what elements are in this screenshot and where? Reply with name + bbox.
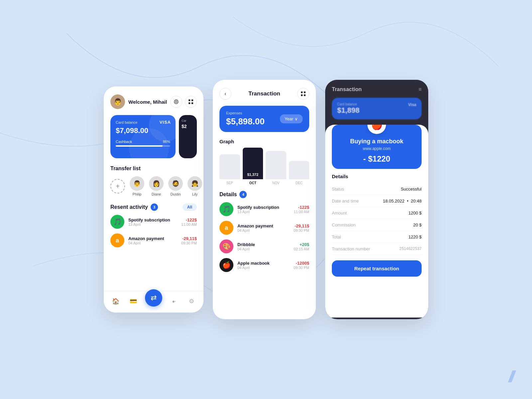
txn-apple[interactable]: 🍎 Apple macbook 04 April -1200$ 09:30 PM [219, 258, 309, 272]
contact-avatar-diane: 👩 [149, 176, 164, 191]
svg-rect-6 [301, 91, 303, 93]
contact-avatar-philip: 👨 [130, 176, 144, 191]
svg-rect-8 [301, 94, 303, 96]
year-selector[interactable]: Year ∨ [280, 114, 303, 123]
header-icons [170, 96, 197, 108]
nav-settings[interactable]: ⚙ [186, 295, 198, 307]
txn-dribbble-info: Dribbble 04 April [237, 242, 290, 251]
nav-gift[interactable]: ●• [168, 295, 180, 307]
detail-commission: Commission 20 $ [332, 219, 422, 231]
activity-header: Resent activity 3 All [110, 203, 197, 211]
card-balance-label: Card balance [116, 120, 170, 124]
datetime-key: Date and time [332, 199, 359, 203]
graph-title: Graph [219, 139, 309, 144]
recent-count-badge: 3 [151, 203, 158, 211]
p3-menu-icon[interactable]: ≡ [419, 86, 422, 92]
txn-amazon-name: Amazon payment [237, 223, 290, 228]
activity-amazon[interactable]: a Amazon payment 04 April -29,11$ 09:30 … [110, 233, 197, 247]
spotify-time: 11:00 AM [182, 222, 197, 226]
activity-title-wrap: Resent activity 3 [110, 203, 158, 211]
bar-sep-fill [219, 154, 240, 179]
txn-spotify-name: Spotify subscription [237, 205, 290, 210]
txn-spotify-icon: 🎵 [219, 202, 233, 216]
main-card[interactable]: VISA Card balance $7,098.00 Cashback 86% [110, 115, 176, 158]
expenses-label: Expenses [226, 111, 265, 115]
notification-button[interactable] [170, 96, 182, 108]
datetime-value: 18.05.2022 • 20:48 [383, 199, 422, 203]
repeat-transaction-button[interactable]: Repeat transaction [332, 260, 422, 277]
activity-amazon-amount: -29,11$ 09:30 PM [181, 236, 197, 245]
txn-amazon-info: Amazon payment 04 April [237, 223, 290, 232]
bar-dec-label: DEC [296, 181, 303, 185]
graph-bars: SEP $1,372 OCT NOV DEC [219, 148, 309, 185]
bar-oct: $1,372 OCT [243, 148, 263, 185]
p3-card-visa: Visa [408, 102, 416, 107]
spotify-name: Spotify subscription [128, 217, 178, 222]
contact-diane[interactable]: 👩 Diane [149, 176, 164, 196]
bar-dec: DEC [289, 161, 310, 185]
txn-amazon-date: 04 April [237, 228, 290, 232]
phone2-grid-button[interactable] [297, 88, 309, 100]
secondary-card[interactable]: Car $2 [179, 115, 197, 158]
p3-details-section: Details Status Successful Date and time … [332, 169, 422, 277]
bar-nov: NOV [266, 151, 286, 185]
txn-number-value: 2514622537 [399, 246, 422, 251]
txn-apple-name: Apple macbook [237, 261, 290, 266]
slash-decoration: // [508, 367, 512, 386]
contact-dustin[interactable]: 🧔 Dustin [168, 176, 183, 196]
grid-menu-button[interactable] [185, 96, 197, 108]
phone3-header: Transaction ≡ [332, 86, 422, 92]
amazon-date: 04 April [128, 241, 177, 245]
txn-apple-info: Apple macbook 04 April [237, 261, 290, 270]
txn-dribbble-date: 04 April [237, 247, 290, 251]
txn-dribbble[interactable]: 🎨 Dribbble 04 April +20$ 02:15 AM [219, 239, 309, 253]
nav-transfer-fab[interactable]: ⇄ [145, 289, 162, 307]
all-button[interactable]: All [183, 203, 197, 211]
txn-apple-time: 09:30 PM [294, 266, 309, 270]
activity-spotify[interactable]: 🎵 Spotify subscription 13 April -122$ 11… [110, 215, 197, 229]
apple-logo-icon: 🍎 [371, 125, 383, 130]
bar-nov-label: NOV [272, 181, 280, 185]
txn-spotify-date: 13 April [237, 210, 290, 214]
details-section-title: Details [219, 192, 237, 198]
svg-rect-2 [189, 99, 190, 101]
detail-total: Total 1220 $ [332, 231, 422, 243]
txn-amazon-icon: a [219, 221, 233, 235]
add-contact-button[interactable]: + [110, 179, 125, 194]
svg-rect-3 [192, 99, 193, 101]
svg-rect-4 [189, 102, 190, 104]
svg-rect-7 [304, 91, 306, 93]
bottom-nav: 🏠 💳 ⇄ ●• ⚙ [104, 291, 203, 313]
activity-spotify-info: Spotify subscription 13 April [128, 217, 178, 226]
back-button[interactable]: ‹ [219, 88, 231, 100]
bar-oct-label: OCT [249, 181, 256, 185]
txn-spotify-info: Spotify subscription 13 April [237, 205, 290, 214]
phone3-content: 🍎 Buying a macbook www.apple.com - $1220… [325, 125, 428, 318]
bar-sep-label: SEP [226, 181, 233, 185]
nav-home[interactable]: 🏠 [110, 295, 122, 307]
txn-number-key: Transaction number [332, 246, 370, 251]
txn-amazon[interactable]: a Amazon payment 04 April -29,11$ 09:30 … [219, 221, 309, 235]
txn-amazon-time: 09:30 PM [294, 228, 309, 232]
phone2-header: ‹ Transaction [219, 88, 309, 100]
contact-philip[interactable]: 👨 Philip [130, 176, 144, 196]
graph-section: Graph SEP $1,372 OCT NOV [219, 139, 309, 185]
txn-spotify[interactable]: 🎵 Spotify subscription 13 April -122$ 11… [219, 202, 309, 216]
txn-amazon-val: -29,11$ [294, 223, 309, 228]
amount-value: 1200 $ [408, 210, 422, 215]
contact-lily[interactable]: 👧 Lily [188, 176, 202, 196]
status-key: Status [332, 187, 344, 192]
svg-rect-9 [304, 94, 306, 96]
txn-spotify-time: 11:00 AM [294, 210, 309, 214]
recent-activity-title: Resent activity [110, 204, 148, 210]
bar-dec-fill [289, 161, 310, 179]
txn-dribbble-val: +20$ [294, 242, 309, 247]
avatar: 👨 [110, 94, 125, 109]
contact-name-lily: Lily [192, 192, 198, 196]
bar-sep: SEP [219, 154, 240, 185]
p3-title: Transaction [332, 86, 362, 92]
contact-name-philip: Philip [133, 192, 142, 196]
txn-spotify-val: -122$ [294, 205, 309, 210]
txn-dribbble-time: 02:15 AM [294, 247, 309, 251]
nav-card[interactable]: 💳 [127, 295, 139, 307]
